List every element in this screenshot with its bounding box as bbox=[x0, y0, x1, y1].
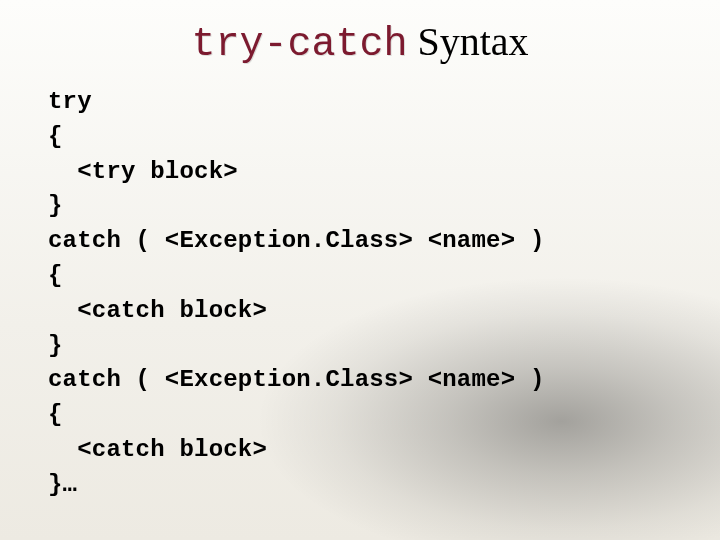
title-plain-word: Syntax bbox=[407, 19, 528, 64]
code-block: try { <try block> } catch ( <Exception.C… bbox=[48, 85, 672, 503]
code-line: <catch block> bbox=[48, 297, 267, 324]
code-line: try bbox=[48, 88, 92, 115]
code-line: { bbox=[48, 123, 63, 150]
code-line: { bbox=[48, 262, 63, 289]
slide: try-catch Syntax try { <try block> } cat… bbox=[0, 0, 720, 540]
slide-title: try-catch Syntax bbox=[48, 20, 672, 67]
code-line: { bbox=[48, 401, 63, 428]
code-line: catch ( <Exception.Class> <name> ) bbox=[48, 227, 544, 254]
code-line: <catch block> bbox=[48, 436, 267, 463]
title-code-word: try-catch bbox=[191, 22, 407, 67]
code-line: catch ( <Exception.Class> <name> ) bbox=[48, 366, 544, 393]
code-line: } bbox=[48, 192, 63, 219]
code-line: }… bbox=[48, 471, 77, 498]
code-line: <try block> bbox=[48, 158, 238, 185]
code-line: } bbox=[48, 332, 63, 359]
